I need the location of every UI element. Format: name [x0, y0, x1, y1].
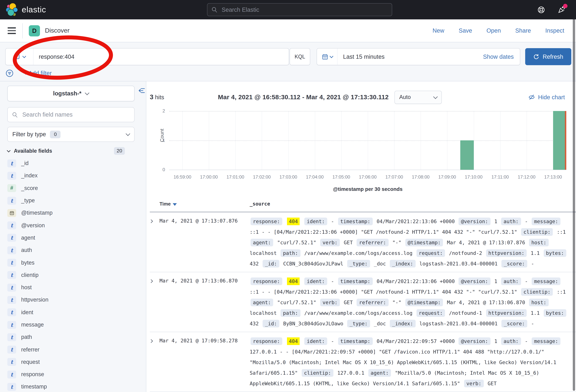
field-badge: message: [532, 218, 561, 225]
field-name: timestamp [21, 384, 47, 390]
field-badge: _id: [262, 260, 279, 268]
text-field-icon: t [7, 308, 16, 316]
elastic-logo[interactable]: elastic [5, 3, 46, 17]
expand-row-icon[interactable] [150, 336, 160, 389]
histogram-chart[interactable]: Count @timestamp per 30 seconds 16:59:00… [150, 107, 576, 196]
elastic-wordmark: elastic [22, 5, 46, 14]
expand-row-icon[interactable] [150, 276, 160, 329]
field-value: "-" [392, 240, 401, 246]
window-scrollbar[interactable] [573, 1, 575, 391]
kql-button[interactable]: KQL [290, 48, 310, 65]
filter-count-badge: 0 [50, 131, 61, 138]
menu-icon[interactable] [8, 28, 16, 34]
available-fields-header[interactable]: Available fields 20 [7, 147, 137, 155]
hits-count: 3 hits [150, 93, 164, 101]
query-input[interactable] [33, 53, 289, 60]
field-item-ident[interactable]: tident [7, 306, 146, 319]
field-name: message [21, 322, 44, 328]
time-range-value[interactable]: Last 15 minutes [338, 53, 483, 60]
field-value: 1 [494, 219, 497, 224]
nav-link-new[interactable]: New [432, 27, 444, 34]
field-item-timestamp[interactable]: @timestamp [7, 207, 146, 219]
collapse-sidebar-icon[interactable] [138, 87, 145, 94]
field-value: logstash-2021.03.04-000001 [419, 261, 498, 267]
discover-page: elastic [0, 0, 576, 392]
field-value: - [525, 338, 528, 344]
expand-row-icon[interactable] [150, 216, 160, 269]
field-value: 04/Mar/2021:22:13:06 +0000 [376, 278, 455, 284]
x-tick-label: 17:01:00 [227, 174, 244, 180]
nav-link-save[interactable]: Save [459, 27, 472, 34]
field-value: "curl/7.52.1" [277, 240, 316, 246]
show-dates-link[interactable]: Show dates [483, 53, 520, 60]
field-badge: referrer: [357, 299, 388, 306]
field-badge: bytes: [544, 249, 566, 257]
field-item-version[interactable]: t@version [7, 219, 146, 232]
y-gridline [169, 140, 566, 141]
filter-options-icon[interactable] [5, 69, 14, 78]
nav-link-open[interactable]: Open [487, 27, 501, 34]
field-search-input[interactable] [22, 111, 130, 118]
field-badge: agent: [251, 299, 273, 306]
notification-badge [563, 4, 568, 8]
table-row: Mar 4, 2021 @ 17:13:07.876response: 404 … [150, 212, 576, 272]
text-field-icon: t [7, 246, 16, 254]
field-badge: @timestamp: [405, 299, 443, 306]
field-item-agent[interactable]: tagent [7, 232, 146, 244]
add-filter-link[interactable]: + Add filter [24, 70, 52, 77]
filter-by-type-label: Filter by type [12, 131, 46, 138]
saved-query-menu-button[interactable] [6, 49, 33, 65]
field-search-box[interactable] [7, 107, 135, 122]
field-value: ByBN_3cB04dGovJLOawo [283, 321, 343, 327]
x-tick-label: 17:09:00 [438, 174, 456, 180]
nav-link-inspect[interactable]: Inspect [545, 27, 564, 34]
field-name: _index [21, 172, 38, 179]
filter-by-type-select[interactable]: Filter by type 0 [7, 127, 135, 142]
x-tick-label: 17:08:00 [412, 174, 430, 180]
filter-by-type-chevron-icon [126, 131, 130, 136]
interval-select[interactable]: Auto [395, 91, 442, 104]
field-item-response[interactable]: tresponse [7, 368, 146, 381]
search-icon [211, 6, 218, 13]
field-badge: _score: [502, 320, 527, 327]
global-search-box[interactable] [207, 3, 392, 16]
field-item-request[interactable]: trequest [7, 356, 146, 368]
elastic-logo-icon [5, 3, 19, 17]
field-badge: ident: [304, 278, 327, 285]
field-item-type[interactable]: t_type [7, 194, 146, 207]
field-item-bytes[interactable]: tbytes [7, 256, 146, 269]
calendar-menu-button[interactable] [317, 49, 338, 65]
global-search-input[interactable] [221, 6, 388, 13]
field-item-referrer[interactable]: treferrer [7, 343, 146, 356]
help-icon[interactable] [537, 6, 545, 14]
field-item-score[interactable]: #_score [7, 182, 146, 194]
text-field-icon: t [7, 333, 16, 341]
field-name: bytes [21, 259, 34, 266]
number-field-icon: # [7, 184, 16, 192]
field-item-httpversion[interactable]: thttpversion [7, 294, 146, 306]
hide-chart-link[interactable]: Hide chart [528, 94, 565, 101]
field-name: _id [21, 160, 29, 167]
field-item-timestamp[interactable]: ttimestamp [7, 381, 146, 392]
highlighted-value: 404 [287, 218, 300, 225]
refresh-button[interactable]: Refresh [525, 48, 571, 65]
field-item-auth[interactable]: tauth [7, 244, 146, 256]
histogram-bar[interactable] [461, 140, 474, 170]
field-badge: @version: [459, 218, 490, 225]
field-item-host[interactable]: thost [7, 281, 146, 294]
field-item-index[interactable]: t_index [7, 169, 146, 182]
y-axis-label: Count [159, 121, 165, 149]
nav-link-share[interactable]: Share [515, 27, 531, 34]
field-item-message[interactable]: tmessage [7, 319, 146, 331]
y-tick-label: 2 [162, 108, 165, 114]
field-item-id[interactable]: t_id [7, 157, 146, 169]
field-value: - [525, 219, 528, 224]
field-value: 1 [494, 338, 497, 344]
histogram-bar[interactable] [553, 111, 566, 170]
index-pattern-select[interactable]: logstash-* [7, 86, 135, 101]
newsfeed-icon[interactable] [557, 6, 565, 14]
field-value: localhost [250, 310, 277, 316]
field-item-clientip[interactable]: tclientip [7, 269, 146, 281]
column-header-time[interactable]: Time [160, 201, 177, 207]
field-item-path[interactable]: tpath [7, 331, 146, 343]
